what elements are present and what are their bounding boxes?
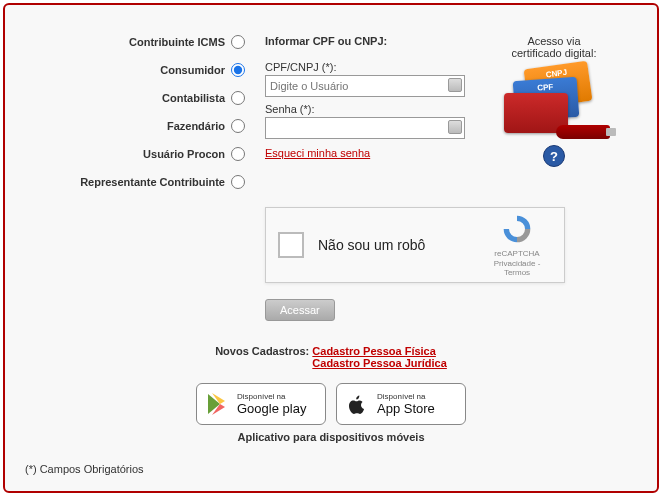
link-cadastro-pf[interactable]: Cadastro Pessoa Física (312, 345, 447, 357)
input-keyboard-icon (448, 120, 462, 134)
recaptcha-checkbox[interactable] (278, 232, 304, 258)
new-registrations: Novos Cadastros: Cadastro Pessoa Física … (5, 345, 657, 369)
google-play-badge[interactable]: Disponível na Google play (196, 383, 326, 425)
login-form: Informar CPF ou CNPJ: CPF/CNPJ (*): Senh… (255, 35, 475, 203)
login-section-title: Informar CPF ou CNPJ: (265, 35, 465, 47)
profile-label-fazendario[interactable]: Fazendário (167, 120, 225, 132)
profile-radio-representante-contribuinte[interactable] (231, 175, 245, 189)
cert-access: Acesso via certificado digital: CNPJ CPF… (475, 35, 625, 203)
input-keyboard-icon (448, 78, 462, 92)
cert-line1: Acesso via (483, 35, 625, 47)
profile-label-consumidor[interactable]: Consumidor (160, 64, 225, 76)
profile-label-usuario-procon[interactable]: Usuário Procon (143, 148, 225, 160)
senha-label: Senha (*): (265, 103, 465, 115)
google-play-icon (205, 392, 229, 416)
cert-cards-icon[interactable]: CNPJ CPF (504, 65, 604, 135)
app-store-badges: Disponível na Google play Disponível na … (5, 383, 657, 425)
profile-radio-contabilista[interactable] (231, 91, 245, 105)
recaptcha-logo-icon (501, 213, 533, 245)
apple-icon (345, 392, 369, 416)
app-store-small: Disponível na (377, 392, 435, 401)
profile-radio-usuario-procon[interactable] (231, 147, 245, 161)
recaptcha-brand: reCAPTCHA (482, 249, 552, 258)
cert-line2: certificado digital: (483, 47, 625, 59)
cpf-label: CPF/CNPJ (*): (265, 61, 465, 73)
app-store-big: App Store (377, 401, 435, 416)
profile-label-representante-contribuinte[interactable]: Representante Contribuinte (80, 176, 225, 188)
recaptcha-label: Não sou um robô (318, 237, 482, 253)
login-panel: Contribuinte ICMS Consumidor Contabilist… (3, 3, 659, 493)
app-store-badge[interactable]: Disponível na App Store (336, 383, 466, 425)
access-button[interactable]: Acessar (265, 299, 335, 321)
apps-caption: Aplicativo para dispositivos móveis (5, 431, 657, 443)
help-icon[interactable]: ? (543, 145, 565, 167)
link-cadastro-pj[interactable]: Cadastro Pessoa Jurídica (312, 357, 447, 369)
required-fields-note: (*) Campos Obrigatórios (25, 463, 144, 475)
usb-token-icon (556, 125, 610, 139)
google-play-big: Google play (237, 401, 306, 416)
profile-label-contabilista[interactable]: Contabilista (162, 92, 225, 104)
cpf-input[interactable] (265, 75, 465, 97)
profile-selector: Contribuinte ICMS Consumidor Contabilist… (25, 35, 255, 203)
forgot-password-link[interactable]: Esqueci minha senha (265, 147, 370, 159)
profile-radio-contribuinte-icms[interactable] (231, 35, 245, 49)
profile-radio-fazendario[interactable] (231, 119, 245, 133)
profile-radio-consumidor[interactable] (231, 63, 245, 77)
recaptcha-privacy[interactable]: Privacidade - Termos (482, 259, 552, 277)
google-play-small: Disponível na (237, 392, 306, 401)
recaptcha-widget: Não sou um robô reCAPTCHA Privacidade - … (265, 207, 565, 283)
profile-label-contribuinte-icms[interactable]: Contribuinte ICMS (129, 36, 225, 48)
senha-input[interactable] (265, 117, 465, 139)
new-reg-label: Novos Cadastros: (215, 345, 309, 357)
